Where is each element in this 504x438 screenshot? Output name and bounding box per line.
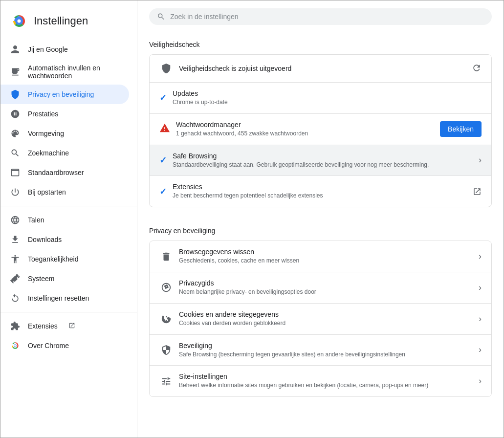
browsegegevens-title: Browsegegevens wissen	[179, 248, 473, 256]
sidebar-item-automatisch-invullen[interactable]: Automatisch invullen en wachtwoorden	[0, 59, 129, 85]
chrome-info-icon	[10, 341, 20, 350]
veiligheidscheck-section: Veiligheidscheck Veiligheidscheck is zoj…	[137, 33, 504, 227]
sidebar-item-bij-opstarten[interactable]: Bij opstarten	[0, 182, 129, 202]
sidebar-item-label: Privacy en beveiliging	[28, 90, 94, 98]
wachtwoordmanager-action: Bekijken	[440, 121, 482, 137]
sidebar-item-vormgeving[interactable]: Vormgeving	[0, 124, 129, 143]
sidebar-item-label: Systeem	[28, 275, 54, 283]
browsegegevens-subtitle: Geschiedenis, cookies, cache en meer wis…	[179, 257, 473, 265]
privacy-section: Privacy en beveiliging Browsegegevens wi…	[137, 227, 504, 416]
sidebar-item-zoekmachine[interactable]: Zoekmachine	[0, 143, 129, 163]
site-instellingen-title: Site-instellingen	[179, 372, 473, 380]
svg-point-7	[166, 320, 167, 322]
privacygids-text: Privacygids Neem belangrijke privacy- en…	[179, 279, 473, 296]
trash-icon	[159, 250, 173, 263]
chevron-right-icon: ›	[479, 283, 482, 293]
site-instellingen-action: ›	[479, 376, 482, 386]
search-bar-container	[137, 0, 504, 33]
safe-browsing-row[interactable]: ✓ Safe Browsing Standaardbeveiliging sta…	[150, 145, 491, 176]
sidebar-item-jij-en-google[interactable]: Jij en Google	[0, 40, 129, 59]
beveiliging-title: Beveiliging	[179, 342, 473, 350]
svg-point-4	[14, 345, 16, 347]
check-icon-extensies: ✓	[159, 186, 167, 197]
veiligheidscheck-header-row: Veiligheidscheck is zojuist uitgevoerd	[150, 55, 491, 83]
privacygids-subtitle: Neem belangrijke privacy- en beveiliging…	[179, 288, 473, 296]
app-title: Instellingen	[34, 15, 88, 27]
sidebar: Instellingen Jij en Google Automatisch i…	[0, 0, 137, 438]
privacygids-title: Privacygids	[179, 279, 473, 287]
sidebar-item-systeem[interactable]: Systeem	[0, 269, 129, 288]
sidebar-item-label: Downloads	[28, 236, 62, 243]
cookies-row[interactable]: Cookies en andere sitegegevens Cookies v…	[150, 304, 491, 335]
browsegegevens-row[interactable]: Browsegegevens wissen Geschiedenis, cook…	[150, 241, 491, 272]
site-instellingen-row[interactable]: Site-instellingen Beheert welke informat…	[150, 366, 491, 396]
cookies-subtitle: Cookies van derden worden geblokkeerd	[179, 319, 473, 328]
bekijken-button[interactable]: Bekijken	[440, 121, 482, 137]
beveiliging-action: ›	[479, 345, 482, 355]
browser-icon	[10, 168, 20, 177]
extensies-subtitle: Je bent beschermd tegen potentieel schad…	[173, 192, 467, 200]
sidebar-item-privacy-beveiliging[interactable]: Privacy en beveiliging	[0, 85, 129, 104]
extensies-title: Extensies	[173, 183, 467, 191]
updates-title: Updates	[173, 89, 482, 97]
veiligheidscheck-refresh-action[interactable]	[472, 63, 482, 74]
badge-icon	[10, 67, 20, 77]
sidebar-item-over-chrome[interactable]: Over Chrome	[0, 336, 129, 355]
sidebar-item-talen[interactable]: Talen	[0, 210, 129, 230]
site-instellingen-subtitle: Beheert welke informatie sites mogen geb…	[179, 381, 473, 390]
refresh-icon[interactable]	[472, 63, 482, 73]
shield-outline-icon	[159, 343, 173, 357]
sidebar-item-toegankelijkheid[interactable]: Toegankelijkheid	[0, 249, 129, 269]
sidebar-item-label: Automatisch invullen en wachtwoorden	[28, 64, 119, 80]
cookie-icon	[159, 312, 173, 326]
privacy-section-title: Privacy en beveiliging	[149, 227, 492, 235]
extensies-check-row[interactable]: ✓ Extensies Je bent beschermd tegen pote…	[150, 176, 491, 207]
updates-row[interactable]: ✓ Updates Chrome is up-to-date	[150, 83, 491, 114]
site-instellingen-text: Site-instellingen Beheert welke informat…	[179, 372, 473, 390]
beveiliging-text: Beveiliging Safe Browsing (bescherming t…	[179, 342, 473, 359]
app-logo: Instellingen	[0, 8, 137, 40]
beveiliging-row[interactable]: Beveiliging Safe Browsing (bescherming t…	[150, 335, 491, 366]
extensies-text: Extensies Je bent beschermd tegen potent…	[173, 183, 467, 200]
veiligheidscheck-card: Veiligheidscheck is zojuist uitgevoerd ✓…	[149, 54, 492, 207]
sidebar-item-label: Zoekmachine	[28, 149, 69, 157]
browsegegevens-text: Browsegegevens wissen Geschiedenis, cook…	[179, 248, 473, 265]
sidebar-item-label: Over Chrome	[28, 342, 69, 350]
wachtwoordmanager-row[interactable]: Wachtwoordmanager 1 gehackt wachtwoord, …	[150, 114, 491, 145]
wrench-icon	[10, 274, 20, 284]
search-input[interactable]	[170, 13, 484, 21]
browsegegevens-action: ›	[479, 251, 482, 262]
person-icon	[10, 44, 20, 54]
chevron-right-icon: ›	[479, 376, 482, 386]
beveiliging-subtitle: Safe Browsing (bescherming tegen gevaarl…	[179, 350, 473, 359]
svg-point-5	[166, 316, 167, 318]
check-icon-updates: ✓	[159, 92, 167, 103]
veiligheidscheck-header-text: Veiligheidscheck is zojuist uitgevoerd	[179, 65, 472, 72]
privacygids-action: ›	[479, 283, 482, 293]
updates-subtitle: Chrome is up-to-date	[173, 98, 482, 107]
safe-browsing-subtitle: Standaardbeveiliging staat aan. Gebruik …	[173, 161, 473, 169]
updates-text: Updates Chrome is up-to-date	[173, 89, 482, 107]
shield-check-icon	[159, 62, 173, 75]
warning-icon	[159, 123, 170, 136]
sidebar-item-label: Vormgeving	[28, 130, 64, 137]
gauge-icon	[10, 109, 20, 119]
sidebar-divider-1	[0, 206, 137, 206]
power-icon	[10, 187, 20, 197]
search-bar	[149, 8, 492, 25]
safe-browsing-action: ›	[479, 155, 482, 165]
veiligheidscheck-title: Veiligheidscheck	[149, 41, 492, 48]
sidebar-item-instellingen-resetten[interactable]: Instellingen resetten	[0, 288, 129, 308]
sidebar-item-label: Toegankelijkheid	[28, 255, 79, 263]
palette-icon	[10, 129, 20, 138]
sidebar-item-prestaties[interactable]: Prestaties	[0, 104, 129, 124]
privacygids-row[interactable]: Privacygids Neem belangrijke privacy- en…	[150, 272, 491, 304]
sidebar-item-standaardbrowser[interactable]: Standaardbrowser	[0, 163, 129, 182]
cookies-title: Cookies en andere sitegegevens	[179, 310, 473, 318]
sidebar-item-downloads[interactable]: Downloads	[0, 230, 129, 249]
cookies-text: Cookies en andere sitegegevens Cookies v…	[179, 310, 473, 328]
chevron-right-icon: ›	[479, 345, 482, 355]
sidebar-item-extensies[interactable]: Extensies	[0, 316, 129, 336]
svg-point-6	[168, 318, 170, 320]
cookies-action: ›	[479, 314, 482, 324]
